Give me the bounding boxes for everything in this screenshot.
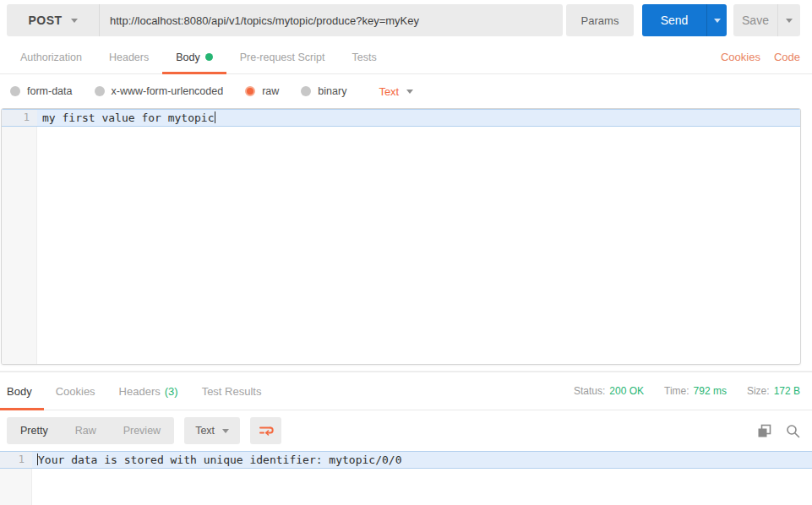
body-mode-binary[interactable]: binary bbox=[301, 85, 346, 97]
radio-label: x-www-form-urlencoded bbox=[112, 85, 224, 97]
cookies-link[interactable]: Cookies bbox=[721, 51, 760, 63]
view-mode-raw[interactable]: Raw bbox=[62, 417, 110, 444]
tab-authorization[interactable]: Authorization bbox=[7, 41, 95, 73]
wrap-text-button[interactable] bbox=[250, 417, 281, 444]
tab-label: Tests bbox=[352, 52, 376, 63]
tab-body[interactable]: Body bbox=[162, 41, 226, 73]
response-actions bbox=[757, 424, 800, 438]
radio-icon bbox=[10, 86, 20, 96]
line-number: 1 bbox=[2, 110, 37, 126]
search-response-button[interactable] bbox=[786, 424, 800, 438]
time-label: Time: bbox=[664, 385, 689, 397]
radio-selected-icon bbox=[245, 86, 255, 96]
body-mode-row: form-data x-www-form-urlencoded raw bina… bbox=[0, 74, 812, 108]
chevron-down-icon bbox=[786, 19, 793, 23]
tab-label: Cookies bbox=[56, 385, 95, 398]
response-tab-cookies[interactable]: Cookies bbox=[44, 372, 107, 410]
method-select[interactable]: POST bbox=[7, 4, 100, 36]
tab-headers[interactable]: Headers bbox=[95, 41, 162, 73]
format-label: Text bbox=[195, 425, 215, 437]
response-gutter bbox=[0, 469, 32, 505]
radio-label: raw bbox=[262, 85, 279, 97]
chevron-down-icon bbox=[714, 19, 721, 23]
send-button[interactable]: Send bbox=[642, 4, 706, 36]
response-line-text: Your data is stored with unique identifi… bbox=[32, 452, 401, 468]
size-value: 172 B bbox=[774, 385, 800, 397]
body-mode-raw[interactable]: raw bbox=[245, 85, 279, 97]
view-mode-preview[interactable]: Preview bbox=[110, 417, 174, 444]
body-mode-x-www-form-urlencoded[interactable]: x-www-form-urlencoded bbox=[95, 85, 224, 97]
headers-count-badge: (3) bbox=[165, 385, 178, 398]
request-body-editor[interactable]: 1 my first value for mytopic bbox=[1, 108, 801, 365]
send-split-button: Send bbox=[642, 4, 727, 36]
radio-icon bbox=[95, 86, 105, 96]
response-meta: Status: 200 OK Time: 792 ms Size: 172 B bbox=[574, 372, 800, 410]
tab-label: Pre-request Script bbox=[240, 52, 325, 63]
status-badge: Status: 200 OK bbox=[574, 385, 644, 397]
params-button[interactable]: Params bbox=[566, 4, 634, 36]
response-format-select[interactable]: Text bbox=[184, 417, 240, 444]
line-number: 1 bbox=[0, 452, 32, 468]
text-cursor bbox=[215, 111, 215, 123]
status-label: Status: bbox=[574, 385, 605, 397]
chevron-down-icon bbox=[71, 19, 78, 23]
radio-label: form-data bbox=[27, 85, 73, 97]
size-label: Size: bbox=[747, 385, 770, 397]
response-toolbar: Pretty Raw Preview Text bbox=[0, 410, 812, 451]
request-tabs: Authorization Headers Body Pre-request S… bbox=[0, 41, 812, 74]
status-value: 200 OK bbox=[609, 385, 644, 397]
save-dropdown-button[interactable] bbox=[777, 4, 800, 36]
editor-empty-area[interactable] bbox=[2, 127, 800, 364]
size-badge: Size: 172 B bbox=[747, 385, 800, 397]
tab-label: Body bbox=[7, 385, 32, 398]
editor-gutter bbox=[2, 127, 37, 364]
radio-label: binary bbox=[318, 85, 346, 97]
body-has-content-dot-icon bbox=[205, 53, 213, 61]
tab-pre-request-script[interactable]: Pre-request Script bbox=[226, 41, 339, 73]
tab-label: Body bbox=[176, 52, 200, 63]
url-input[interactable] bbox=[100, 4, 563, 36]
save-button[interactable]: Save bbox=[733, 4, 777, 36]
view-mode-pretty[interactable]: Pretty bbox=[7, 417, 62, 444]
tab-label: Headers bbox=[109, 52, 149, 63]
response-tab-test-results[interactable]: Test Results bbox=[190, 372, 274, 410]
view-mode-group: Pretty Raw Preview bbox=[7, 417, 174, 444]
raw-type-select[interactable]: Text bbox=[379, 85, 413, 98]
radio-icon bbox=[301, 86, 311, 96]
response-empty-area[interactable] bbox=[0, 469, 812, 505]
send-dropdown-button[interactable] bbox=[706, 4, 727, 36]
chevron-down-icon bbox=[222, 429, 229, 433]
tab-label: Authorization bbox=[20, 52, 82, 63]
tab-label: Test Results bbox=[202, 385, 262, 398]
editor-line-text: my first value for mytopic bbox=[37, 110, 215, 126]
editor-active-line[interactable]: 1 my first value for mytopic bbox=[2, 109, 800, 127]
response-active-line[interactable]: 1 Your data is stored with unique identi… bbox=[0, 451, 812, 469]
tab-label: Headers bbox=[119, 385, 161, 398]
tab-tests[interactable]: Tests bbox=[338, 41, 390, 73]
time-value: 792 ms bbox=[694, 385, 727, 397]
response-tab-headers[interactable]: Headers (3) bbox=[107, 372, 190, 410]
response-tab-body[interactable]: Body bbox=[0, 372, 44, 410]
request-tabs-right: Cookies Code bbox=[721, 41, 800, 73]
save-split-button: Save bbox=[733, 4, 800, 36]
chevron-down-icon bbox=[406, 90, 413, 94]
method-label: POST bbox=[28, 14, 62, 27]
response-tabs: Body Cookies Headers (3) Test Results St… bbox=[0, 372, 812, 410]
request-bar: POST Params Send Save bbox=[0, 0, 812, 41]
search-icon bbox=[786, 424, 800, 438]
copy-response-button[interactable] bbox=[757, 424, 771, 438]
code-link[interactable]: Code bbox=[774, 51, 800, 63]
raw-type-label: Text bbox=[379, 85, 399, 98]
copy-icon bbox=[757, 424, 771, 438]
body-mode-form-data[interactable]: form-data bbox=[10, 85, 73, 97]
time-badge: Time: 792 ms bbox=[664, 385, 727, 397]
response-body-editor[interactable]: 1 Your data is stored with unique identi… bbox=[0, 451, 812, 505]
wrap-text-icon bbox=[258, 424, 275, 438]
